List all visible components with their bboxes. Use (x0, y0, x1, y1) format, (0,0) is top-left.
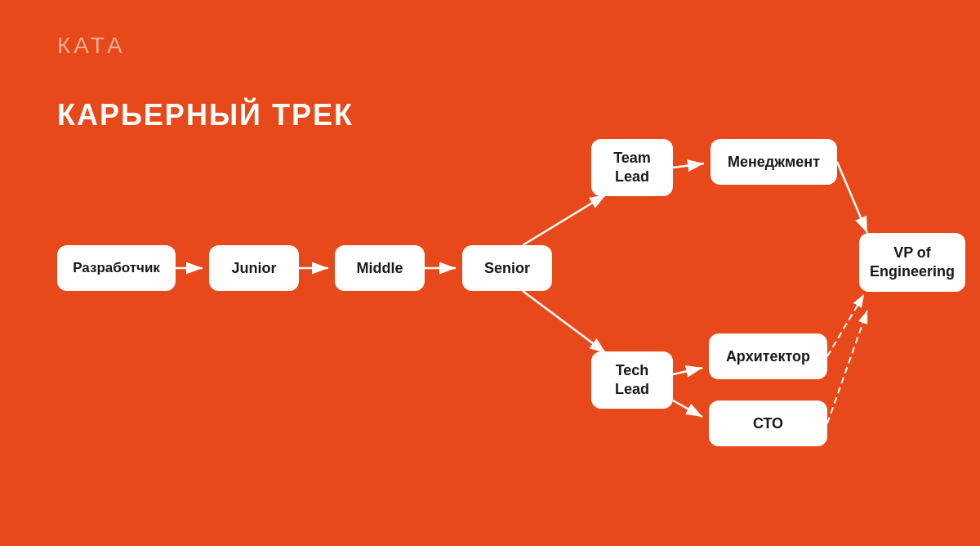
node-management: Менеджмент (710, 139, 837, 185)
node-senior: Senior (462, 245, 552, 291)
arrow-teamlead-management (673, 163, 704, 168)
arrow-techlead-architect (673, 368, 702, 374)
arrow-cto-vp (827, 311, 867, 423)
node-junior: Junior (209, 245, 299, 291)
node-middle: Middle (335, 245, 425, 291)
arrow-management-vp (837, 162, 867, 233)
arrow-architect-vp (827, 294, 864, 356)
node-cto: СТО (709, 401, 827, 446)
node-developer: Разработчик (57, 245, 176, 291)
arrow-techlead-cto (673, 401, 702, 417)
arrow-senior-techlead (523, 291, 606, 353)
arrow-senior-teamlead (523, 195, 606, 245)
node-vp: VP ofEngineering (859, 233, 965, 292)
node-teamlead: TeamLead (591, 139, 673, 196)
node-techlead: TechLead (591, 351, 673, 409)
logo: КАТА (57, 33, 126, 59)
node-architect: Архитектор (709, 333, 827, 379)
page-title: КАРЬЕРНЫЙ ТРЕК (57, 98, 354, 132)
